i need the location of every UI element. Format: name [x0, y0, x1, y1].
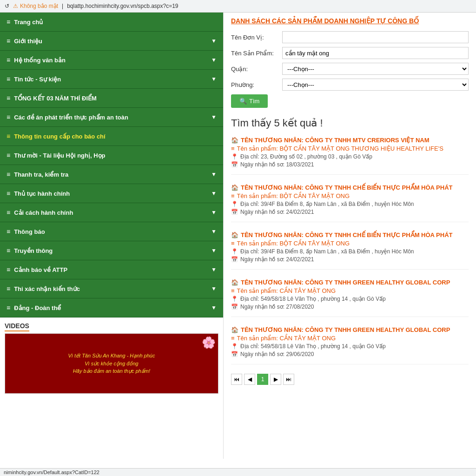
sidebar-item-dang-doan[interactable]: ≡ Đảng - Đoàn thể ▼	[0, 298, 223, 317]
quan-row: Quận: ---Chọn---	[231, 63, 469, 75]
result-address-1: 📍 Địa chỉ: 39/4F Bà Điểm 8, ấp Nam Lân ,…	[231, 201, 469, 207]
result-item-0: 🏠 TÊN THƯƠNG NHÂN: CÔNG TY TNHH MTV CRER…	[231, 137, 469, 175]
sidebar-item-tin-tuc[interactable]: ≡ Tin tức - Sự kiện ▼	[0, 70, 223, 89]
result-company-2: 🏠 TÊN THƯƠNG NHÂN: CÔNG TY TNHH CHẾ BIẾN…	[231, 231, 469, 238]
result-date-3: 📅 Ngày nhận hồ sơ: 27/08/2020	[231, 304, 469, 310]
nav-label: Thanh tra, kiểm tra	[14, 171, 68, 178]
pin-icon: 📍	[231, 153, 238, 160]
nav-label: Thư mời - Tài liệu Hội nghị, Họp	[14, 152, 105, 159]
nav-label: Thông báo	[14, 228, 45, 235]
menu-icon: ≡	[7, 171, 10, 178]
menu-icon: ≡	[7, 304, 10, 311]
menu-icon: ≡	[7, 94, 10, 102]
product-icon: ≡	[231, 240, 235, 247]
calendar-icon: 📅	[231, 161, 238, 168]
menu-icon: ≡	[7, 37, 10, 45]
search-button[interactable]: 🔍 Tìm	[231, 94, 268, 108]
expand-arrow: ▼	[211, 304, 217, 311]
result-address-3: 📍 Địa chỉ: 549/58/18 Lê Văn Thọ , phường…	[231, 296, 469, 302]
expand-arrow: ▼	[211, 57, 217, 63]
page-next-btn[interactable]: ▶	[270, 374, 281, 385]
expand-arrow: ▼	[211, 266, 217, 273]
nav-label: Thủ tục hành chính	[14, 190, 70, 197]
product-icon: ≡	[231, 335, 235, 342]
sidebar-item-de-an[interactable]: ≡ Các đề án phát triển thực phẩm an toàn…	[0, 108, 223, 127]
quan-select[interactable]: ---Chọn---	[282, 63, 469, 75]
sidebar-item-thong-bao[interactable]: ≡ Thông báo ▼	[0, 222, 223, 241]
menu-icon: ≡	[7, 132, 10, 140]
calendar-icon: 📅	[231, 351, 238, 357]
sidebar-item-thu-moi[interactable]: ≡ Thư mời - Tài liệu Hội nghị, Họp	[0, 146, 223, 165]
separator: |	[62, 3, 63, 9]
phuong-select[interactable]: ---Chọn---	[282, 79, 469, 91]
result-product-2: ≡ Tên sản phẩm: BỘT CẦN TÂY MẬT ONG	[231, 240, 469, 247]
pin-icon: 📍	[231, 201, 238, 207]
expand-arrow: ▼	[211, 76, 217, 82]
videos-title: VIDEOS	[5, 322, 218, 330]
house-icon: 🏠	[231, 231, 238, 238]
result-date-0: 📅 Ngày nhận hồ sơ: 18/03/2021	[231, 161, 469, 168]
product-icon: ≡	[231, 287, 235, 294]
pin-icon: 📍	[231, 343, 238, 350]
result-product-1: ≡ Tên sản phẩm: BỘT CẦN TÂY MẬT ONG	[231, 192, 469, 199]
url-bar[interactable]: bqlattp.hochiminhcity.gov.vn/spcb.aspx?c…	[67, 3, 178, 9]
content-area: DANH SÁCH CÁC SẢN PHẨM DOANH NGHIỆP TỰ C…	[223, 13, 476, 459]
result-item-4: 🏠 TÊN THƯƠNG NHÂN: CÔNG TY TNHH GREEN HE…	[231, 326, 469, 364]
sidebar-item-thanh-tra[interactable]: ≡ Thanh tra, kiểm tra ▼	[0, 165, 223, 184]
sidebar-item-tong-ket[interactable]: ≡ TỔNG KẾT 03 NĂM THÍ ĐIỂM	[0, 89, 223, 108]
sidebar-item-truyen-thong[interactable]: ≡ Truyền thông ▼	[0, 241, 223, 260]
phuong-label: Phường:	[231, 81, 282, 88]
security-warning: ⚠ Không bảo mật	[13, 3, 58, 9]
page-first-btn[interactable]: ⏮	[231, 374, 242, 385]
sidebar-item-thi-xac-nhan[interactable]: ≡ Thi xác nhận kiến thức ▼	[0, 279, 223, 298]
expand-arrow: ▼	[211, 171, 217, 178]
result-item-3: 🏠 TÊN THƯƠNG NHÂN: CÔNG TY TNHH GREEN HE…	[231, 279, 469, 317]
pin-icon: 📍	[231, 248, 238, 255]
nav-label: TỔNG KẾT 03 NĂM THÍ ĐIỂM	[14, 95, 97, 102]
result-address-4: 📍 Địa chỉ: 549/58/18 Lê Văn Thọ , phường…	[231, 343, 469, 350]
page-last-btn[interactable]: ⏭	[283, 374, 294, 385]
page-prev-btn[interactable]: ◀	[244, 374, 255, 385]
sidebar-item-trang-chu[interactable]: ≡ Trang chủ	[0, 13, 223, 32]
menu-icon: ≡	[7, 75, 10, 83]
menu-icon: ≡	[7, 247, 10, 254]
nav-label: Tin tức - Sự kiện	[14, 76, 61, 83]
sidebar-item-gioi-thieu[interactable]: ≡ Giới thiệu ▼	[0, 32, 223, 51]
result-company-0: 🏠 TÊN THƯƠNG NHÂN: CÔNG TY TNHH MTV CRER…	[231, 137, 469, 144]
nav-label: Cải cách hành chính	[14, 209, 73, 216]
nav-label: Thông tin cung cấp cho báo chí	[14, 133, 106, 140]
sidebar-item-canh-bao[interactable]: ≡ Cảnh báo về ATTP ▼	[0, 260, 223, 279]
product-icon: ≡	[231, 145, 235, 152]
calendar-icon: 📅	[231, 209, 238, 215]
expand-arrow: ▼	[211, 38, 217, 44]
search-icon: 🔍	[239, 98, 247, 105]
sidebar-item-he-thong-van-ban[interactable]: ≡ Hệ thống văn bản ▼	[0, 51, 223, 70]
menu-icon: ≡	[7, 56, 10, 64]
result-date-2: 📅 Ngày nhận hồ sơ: 24/02/2021	[231, 256, 469, 263]
result-product-4: ≡ Tên sản phẩm: CẦN TÂY MẬT ONG	[231, 335, 469, 342]
page-1-btn[interactable]: 1	[257, 374, 268, 385]
menu-icon: ≡	[7, 228, 10, 235]
menu-icon: ≡	[7, 18, 10, 26]
pin-icon: 📍	[231, 296, 238, 302]
videos-section: VIDEOS Vì tết Tân Sửu An Khang - Hạnh ph…	[0, 317, 223, 398]
search-form: Tên Đơn Vị: Tên Sản Phẩm: Quận: ---Chọn-…	[231, 31, 469, 108]
quan-label: Quận:	[231, 66, 282, 73]
result-date-1: 📅 Ngày nhận hồ sơ: 24/02/2021	[231, 209, 469, 215]
video-thumbnail[interactable]: Vì tết Tân Sửu An Khang - Hạnh phúc Vì s…	[5, 333, 218, 394]
reload-icon[interactable]: ↺	[5, 3, 9, 9]
menu-icon: ≡	[7, 266, 10, 273]
san-pham-input[interactable]	[282, 47, 469, 59]
san-pham-label: Tên Sản Phẩm:	[231, 50, 282, 57]
menu-icon: ≡	[7, 113, 10, 121]
don-vi-input[interactable]	[282, 31, 469, 43]
sidebar-item-thong-tin[interactable]: ≡ Thông tin cung cấp cho báo chí	[0, 127, 223, 146]
don-vi-row: Tên Đơn Vị:	[231, 31, 469, 43]
nav-label: Các đề án phát triển thực phẩm an toàn	[14, 114, 128, 121]
pagination: ⏮ ◀ 1 ▶ ⏭	[231, 374, 469, 385]
sidebar-item-thu-tuc[interactable]: ≡ Thủ tục hành chính ▼	[0, 184, 223, 203]
nav-label: Giới thiệu	[14, 38, 42, 45]
calendar-icon: 📅	[231, 256, 238, 263]
sidebar-item-cai-cach[interactable]: ≡ Cải cách hành chính ▼	[0, 203, 223, 222]
house-icon: 🏠	[231, 279, 238, 286]
